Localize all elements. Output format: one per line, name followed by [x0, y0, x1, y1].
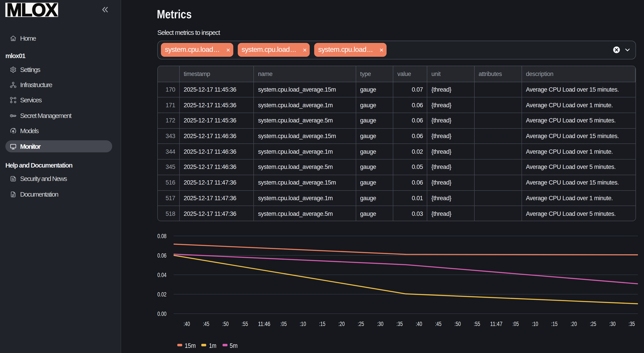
- svg-text::50: :50: [222, 320, 228, 327]
- svg-text:5m: 5m: [230, 342, 238, 349]
- svg-text::40: :40: [416, 320, 422, 327]
- svg-text::30: :30: [377, 320, 383, 327]
- svg-text::35: :35: [396, 320, 403, 327]
- svg-text::05: :05: [280, 320, 287, 327]
- svg-text::35: :35: [628, 320, 635, 327]
- svg-text:0.04: 0.04: [157, 272, 166, 278]
- svg-text::10: :10: [300, 320, 306, 327]
- svg-text:0.08: 0.08: [157, 233, 166, 240]
- svg-text:15m: 15m: [184, 342, 196, 349]
- svg-text::25: :25: [358, 320, 364, 327]
- svg-text::25: :25: [590, 320, 596, 327]
- svg-text::20: :20: [338, 320, 344, 327]
- svg-text::45: :45: [203, 320, 209, 327]
- svg-text:1m: 1m: [209, 342, 216, 349]
- svg-text::30: :30: [609, 320, 616, 327]
- svg-text::50: :50: [454, 320, 461, 327]
- svg-text:11:47: 11:47: [490, 320, 502, 327]
- svg-text:0.00: 0.00: [157, 310, 166, 317]
- svg-text::45: :45: [435, 320, 441, 327]
- svg-text::55: :55: [242, 320, 248, 327]
- svg-text:0.02: 0.02: [157, 291, 166, 298]
- svg-text:0.06: 0.06: [157, 252, 166, 259]
- svg-text::55: :55: [474, 320, 480, 327]
- svg-text::10: :10: [532, 320, 538, 327]
- svg-text::20: :20: [570, 320, 577, 327]
- svg-text:11:46: 11:46: [258, 320, 270, 327]
- svg-text::40: :40: [184, 320, 190, 327]
- svg-text::05: :05: [512, 320, 519, 327]
- svg-text::15: :15: [319, 320, 325, 327]
- svg-text::15: :15: [551, 320, 558, 327]
